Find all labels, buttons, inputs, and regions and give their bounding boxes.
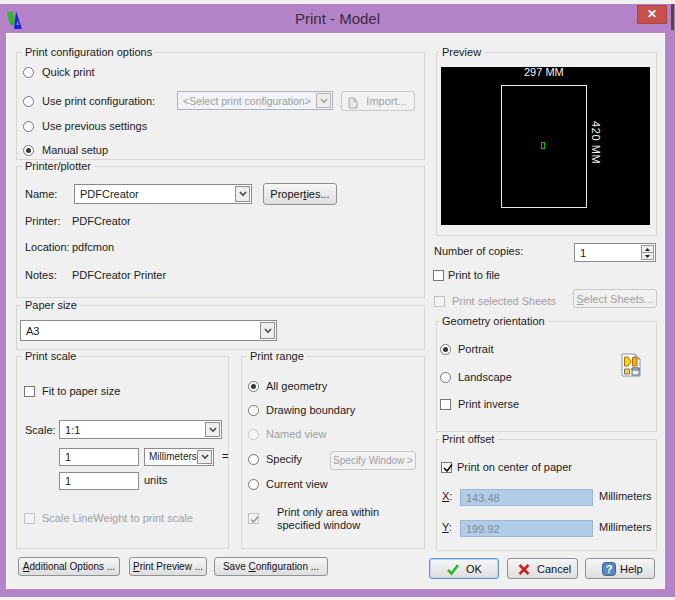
svg-text:?: ? xyxy=(606,563,613,575)
